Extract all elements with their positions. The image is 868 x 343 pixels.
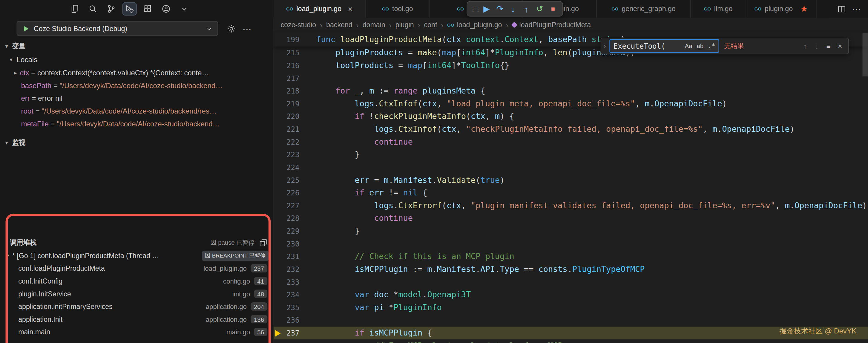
stop-button[interactable]: ■ <box>546 2 559 15</box>
close-find-icon[interactable]: × <box>834 40 846 52</box>
code-line-229[interactable]: 229 } <box>274 225 868 238</box>
breadcrumb-item[interactable]: coze-studio <box>281 21 316 29</box>
chevron-down-icon[interactable] <box>177 2 191 15</box>
code-line-221[interactable]: 221 logs.CtxInfof(ctx, "checkPluginMetaI… <box>274 123 868 136</box>
code-line-217[interactable]: 217 <box>274 72 868 85</box>
line-number[interactable]: 235 <box>274 301 300 314</box>
line-number[interactable]: 229 <box>274 225 300 238</box>
step-over-button[interactable]: ↷ <box>493 2 506 15</box>
step-into-button[interactable]: ↓ <box>506 2 520 15</box>
stack-frame-application.initPrimaryServices[interactable]: application.initPrimaryServicesapplicati… <box>0 300 273 313</box>
line-number[interactable]: 220 <box>274 110 300 123</box>
copy-call-stack-icon[interactable] <box>259 239 267 247</box>
code-line-225[interactable]: 225 err = m.Manifest.Validate(true) <box>274 174 868 187</box>
watch-section-header[interactable]: ▾ 监视 <box>0 136 273 149</box>
thread-row[interactable]: ▾ * [Go 1] conf.loadPluginProductMeta (T… <box>0 249 273 262</box>
line-number[interactable]: 223 <box>274 149 300 161</box>
code-line-226[interactable]: 226 if err != nil { <box>274 187 868 199</box>
code-line-237[interactable]: 237 if isMCPPlugin { <box>274 326 868 339</box>
find-query-text[interactable]: ExecuteTool( <box>613 42 682 50</box>
stack-frame-conf.loadPluginProductMeta[interactable]: conf.loadPluginProductMetaload_plugin.go… <box>0 262 273 275</box>
debug-icon[interactable] <box>122 2 137 15</box>
line-number[interactable]: 217 <box>274 72 300 85</box>
line-number[interactable]: 231 <box>274 250 300 263</box>
code-line-218[interactable]: 218 for _, m := range pluginsMeta { <box>274 85 868 98</box>
restart-button[interactable]: ↺ <box>533 2 546 15</box>
stack-frame-conf.InitConfig[interactable]: conf.InitConfigconfig.go41 <box>0 275 273 287</box>
whole-word-icon[interactable]: ab <box>695 42 705 50</box>
debug-config-dropdown[interactable]: Coze Studio Backend (Debug) <box>17 21 218 36</box>
previous-match-icon[interactable]: ↑ <box>799 40 811 52</box>
tab-llm.go[interactable]: GOllm.go <box>691 0 746 18</box>
line-number[interactable]: 238 <box>274 339 300 343</box>
code-line-224[interactable]: 224 <box>274 161 868 174</box>
line-number[interactable]: 230 <box>274 238 300 250</box>
find-input[interactable]: ExecuteTool( Aa ab .* <box>609 39 719 53</box>
code-line-233[interactable]: 233 <box>274 276 868 289</box>
code-line-219[interactable]: 219 logs.CtxInfof(ctx, "load plugin meta… <box>274 97 868 110</box>
variable-row-err[interactable]: err = error nil <box>0 92 273 105</box>
line-number[interactable]: 225 <box>274 174 300 187</box>
code-line-238[interactable]: 238 // For MCP plugins, load tools from … <box>274 339 868 343</box>
variable-row-root[interactable]: root = "/Users/devyk/Data/code/AI/coze-s… <box>0 104 273 117</box>
code-line-228[interactable]: 228 continue <box>274 212 868 225</box>
account-icon[interactable] <box>159 2 173 15</box>
next-match-icon[interactable]: ↓ <box>811 40 823 52</box>
source-control-icon[interactable] <box>104 2 118 15</box>
line-number[interactable]: 236 <box>274 314 300 327</box>
stack-frame-plugin.InitService[interactable]: plugin.InitServiceinit.go48 <box>0 287 273 300</box>
line-number[interactable]: 216 <box>274 59 300 72</box>
close-tab-icon[interactable]: × <box>348 4 352 13</box>
line-number[interactable]: 228 <box>274 212 300 225</box>
breadcrumb-item[interactable]: loadPluginProductMeta <box>512 21 591 29</box>
tab-load_plugin.go[interactable]: GOload_plugin.go× <box>274 0 366 18</box>
toggle-replace-icon[interactable]: › <box>601 38 609 54</box>
variable-row-basePath[interactable]: basePath = "/Users/devyk/Data/code/AI/co… <box>0 79 273 92</box>
code-line-220[interactable]: 220 if !checkPluginMetaInfo(ctx, m) { <box>274 110 868 123</box>
code-line-231[interactable]: 231 // Check if this is an MCP plugin <box>274 250 868 263</box>
code-line-230[interactable]: 230 <box>274 238 868 250</box>
line-number[interactable]: 233 <box>274 276 300 289</box>
code-line-235[interactable]: 235 var pi *PluginInfo <box>274 301 868 314</box>
variables-section-header[interactable]: ▾ 变量 <box>0 40 273 52</box>
files-icon[interactable] <box>67 2 82 15</box>
breadcrumb-item[interactable]: domain <box>363 21 385 29</box>
extensions-icon[interactable] <box>141 2 155 15</box>
breadcrumb-item[interactable]: conf <box>424 21 437 29</box>
code-line-227[interactable]: 227 logs.CtxErrorf(ctx, "plugin manifest… <box>274 199 868 212</box>
call-stack-section-header[interactable]: 调用堆栈 因 pause 已暂停 <box>0 236 273 249</box>
code-line-232[interactable]: 232 isMCPPlugin := m.Manifest.API.Type =… <box>274 263 868 276</box>
locals-scope-row[interactable]: ▾ Locals <box>8 53 37 65</box>
start-debug-icon[interactable] <box>22 25 30 32</box>
breadcrumb-item[interactable]: backend <box>326 21 352 29</box>
line-number[interactable]: 234 <box>274 289 300 302</box>
search-icon[interactable] <box>86 2 100 15</box>
line-number[interactable]: 224 <box>274 161 300 174</box>
expand-icon[interactable]: ▸ <box>12 70 19 76</box>
continue-button[interactable]: ▶ <box>480 2 493 15</box>
code-line-234[interactable]: 234 var doc *model.Openapi3T <box>274 289 868 302</box>
stack-frame-main.main[interactable]: main.mainmain.go56 <box>0 326 273 339</box>
regex-icon[interactable]: .* <box>706 42 717 50</box>
step-out-button[interactable]: ↑ <box>520 2 533 15</box>
line-number[interactable]: 232 <box>274 263 300 276</box>
tab-plugin.go[interactable]: GOplugin.go <box>746 0 816 18</box>
more-actions-icon[interactable]: ··· <box>851 3 862 14</box>
variable-row-metaFile[interactable]: metaFile = "/Users/devyk/Data/code/AI/co… <box>0 117 273 130</box>
code-line-216[interactable]: 216 toolProducts = map[int64]*ToolInfo{} <box>274 59 868 72</box>
line-number[interactable]: 219 <box>274 97 300 110</box>
variable-row-ctx[interactable]: ▸ctx = context.Context(*context.valueCtx… <box>0 66 273 79</box>
breadcrumb-item[interactable]: GOload_plugin.go <box>447 21 502 29</box>
drag-handle[interactable]: ⋮⋮ <box>470 2 480 15</box>
code-line-222[interactable]: 222 continue <box>274 136 868 149</box>
match-case-icon[interactable]: Aa <box>683 42 694 50</box>
split-editor-icon[interactable] <box>836 3 847 14</box>
scrollbar-thumb[interactable] <box>862 33 868 76</box>
line-number[interactable]: 215 <box>274 46 300 59</box>
line-number[interactable]: 218 <box>274 85 300 98</box>
more-actions-icon[interactable]: ··· <box>241 23 254 35</box>
code-line-223[interactable]: 223 } <box>274 149 868 161</box>
stack-frame-application.Init[interactable]: application.Initapplication.go136 <box>0 313 273 326</box>
line-number[interactable]: 227 <box>274 199 300 212</box>
line-number[interactable]: 221 <box>274 123 300 136</box>
